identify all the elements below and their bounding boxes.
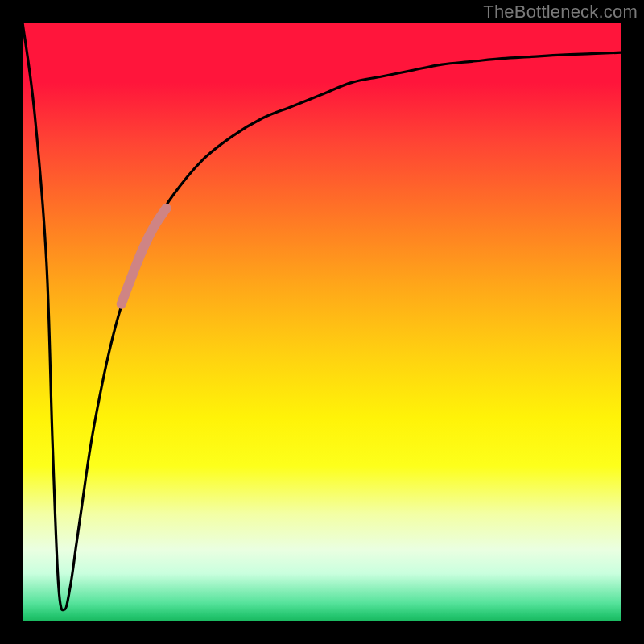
plot-area <box>23 23 621 621</box>
curve-layer <box>23 23 621 621</box>
bottleneck-curve <box>23 23 621 610</box>
highlight-segment <box>122 208 167 304</box>
chart-container: TheBottleneck.com <box>0 0 644 644</box>
watermark-text: TheBottleneck.com <box>483 2 638 23</box>
